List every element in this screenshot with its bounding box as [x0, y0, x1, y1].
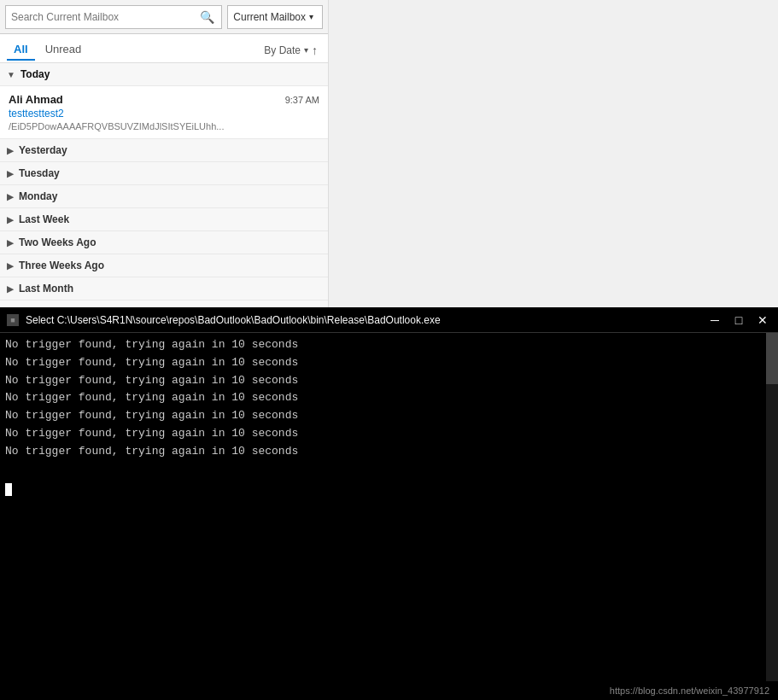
expand-arrow-icon: ▶ — [7, 215, 14, 225]
mail-item-header: Ali Ahmad 9:37 AM — [9, 93, 319, 106]
tabs-row: All Unread By Date ▾ ↑ — [0, 34, 328, 63]
cmd-line-2: No trigger found, trying again in 10 sec… — [5, 354, 773, 372]
group-header-tuesday[interactable]: ▶ Tuesday — [0, 162, 328, 185]
mail-item[interactable]: Ali Ahmad 9:37 AM testtesttest2 /EiD5PDo… — [0, 86, 328, 139]
cmd-line-5: No trigger found, trying again in 10 sec… — [5, 407, 773, 425]
chevron-down-icon: ▾ — [309, 12, 313, 21]
cmd-app-icon: ■ — [7, 314, 19, 326]
collapse-arrow-icon: ▼ — [7, 70, 15, 79]
minimize-button[interactable]: ─ — [706, 312, 723, 329]
sort-direction-icon[interactable]: ↑ — [312, 44, 318, 57]
maximize-button[interactable]: □ — [730, 312, 747, 329]
cmd-line-3: No trigger found, trying again in 10 sec… — [5, 372, 773, 390]
sort-label: By Date — [264, 44, 301, 56]
group-header-three-weeks-ago[interactable]: ▶ Three Weeks Ago — [0, 254, 328, 277]
cmd-line-7: No trigger found, trying again in 10 sec… — [5, 443, 773, 461]
group-header-yesterday[interactable]: ▶ Yesterday — [0, 139, 328, 162]
cmd-line-6: No trigger found, trying again in 10 sec… — [5, 425, 773, 443]
group-label-three-weeks-ago: Three Weeks Ago — [19, 260, 104, 271]
cmd-line-4: No trigger found, trying again in 10 sec… — [5, 389, 773, 407]
expand-arrow-icon: ▶ — [7, 146, 14, 155]
search-input-wrapper[interactable]: 🔍 — [5, 5, 222, 29]
expand-arrow-icon: ▶ — [7, 169, 14, 178]
mail-list: ▼ Today Ali Ahmad 9:37 AM testtesttest2 … — [0, 63, 328, 324]
mailbox-dropdown-label: Current Mailbox — [233, 11, 306, 23]
reading-pane — [329, 0, 778, 307]
scrollbar-track[interactable] — [766, 333, 778, 700]
expand-arrow-icon: ▶ — [7, 238, 14, 248]
cmd-title-left: ■ Select C:\Users\S4R1N\source\repos\Bad… — [7, 314, 441, 326]
status-bar: https://blog.csdn.net/weixin_43977912 — [0, 681, 778, 700]
tab-unread[interactable]: Unread — [38, 39, 89, 61]
group-label-yesterday: Yesterday — [19, 144, 67, 156]
mail-sender: Ali Ahmad — [9, 93, 63, 106]
group-header-monday[interactable]: ▶ Monday — [0, 185, 328, 208]
group-label-tuesday: Tuesday — [19, 167, 60, 179]
sort-controls[interactable]: By Date ▾ ↑ — [264, 44, 321, 57]
group-label-last-month: Last Month — [19, 283, 73, 295]
tab-all[interactable]: All — [7, 39, 35, 61]
cmd-controls: ─ □ ✕ — [706, 312, 771, 329]
group-header-last-month[interactable]: ▶ Last Month — [0, 277, 328, 300]
mail-subject: testtesttest2 — [9, 108, 319, 120]
group-header-two-weeks-ago[interactable]: ▶ Two Weeks Ago — [0, 231, 328, 254]
mail-preview: /EiD5PDowAAAAFRQVBSUVZIMdJlSItSYEiLUhh..… — [9, 121, 282, 131]
cmd-line-1: No trigger found, trying again in 10 sec… — [5, 336, 773, 354]
close-button[interactable]: ✕ — [754, 312, 771, 329]
sort-dropdown-icon[interactable]: ▾ — [304, 45, 308, 55]
group-label-today: Today — [20, 68, 50, 80]
mailbox-dropdown[interactable]: Current Mailbox ▾ — [227, 5, 323, 29]
search-bar: 🔍 Current Mailbox ▾ — [0, 0, 328, 34]
status-url: https://blog.csdn.net/weixin_43977912 — [610, 685, 769, 696]
expand-arrow-icon: ▶ — [7, 192, 14, 201]
group-label-last-week: Last Week — [19, 213, 69, 225]
group-header-last-week[interactable]: ▶ Last Week — [0, 208, 328, 231]
cmd-titlebar: ■ Select C:\Users\S4R1N\source\repos\Bad… — [0, 307, 778, 333]
expand-arrow-icon: ▶ — [7, 261, 14, 271]
cmd-window: ■ Select C:\Users\S4R1N\source\repos\Bad… — [0, 307, 778, 700]
cmd-body: No trigger found, trying again in 10 sec… — [0, 333, 778, 700]
search-button[interactable]: 🔍 — [198, 10, 216, 24]
group-label-monday: Monday — [19, 190, 57, 202]
group-header-today[interactable]: ▼ Today — [0, 63, 328, 86]
mail-time: 9:37 AM — [285, 95, 319, 105]
cursor-block — [5, 483, 12, 496]
scrollbar-thumb[interactable] — [766, 333, 778, 384]
expand-arrow-icon: ▶ — [7, 284, 14, 294]
cmd-title-text: Select C:\Users\S4R1N\source\repos\BadOu… — [26, 314, 441, 326]
group-label-two-weeks-ago: Two Weeks Ago — [19, 236, 96, 248]
search-input[interactable] — [11, 11, 198, 23]
